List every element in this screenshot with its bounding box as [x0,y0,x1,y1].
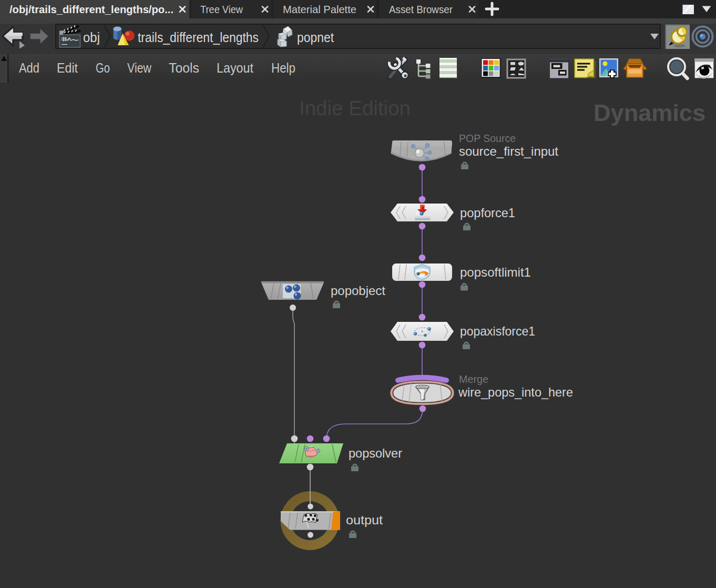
svg-text:Tree View: Tree View [200,3,243,15]
svg-text:Asset Browser: Asset Browser [389,3,453,15]
svg-text:Material Palette: Material Palette [283,3,356,15]
svg-text:View: View [127,60,152,75]
svg-text:Dynamics: Dynamics [594,99,705,126]
svg-text:trails_different_lengths: trails_different_lengths [138,29,259,45]
svg-text:Edit: Edit [57,60,78,75]
svg-text:Add: Add [19,60,39,75]
svg-text:wire_pops_into_here: wire_pops_into_here [458,385,573,399]
svg-text:Tools: Tools [169,60,199,75]
svg-text:Merge: Merge [459,373,488,385]
svg-text:popaxisforce1: popaxisforce1 [460,324,535,338]
svg-text:popobject: popobject [331,283,385,298]
svg-text:Help: Help [271,60,295,75]
svg-text:output: output [346,513,383,527]
svg-text:popsoftlimit1: popsoftlimit1 [460,265,531,279]
svg-text:popforce1: popforce1 [460,206,515,220]
svg-text:POP Source: POP Source [459,133,516,144]
svg-text:source_first_input: source_first_input [459,144,558,158]
svg-text:popnet: popnet [297,29,334,45]
svg-text:popsolver: popsolver [349,446,402,460]
svg-text:Go: Go [96,60,110,75]
svg-text:obj: obj [83,29,100,45]
svg-text:Indie Edition: Indie Edition [299,97,411,119]
svg-text:Layout: Layout [217,60,253,75]
svg-text:/obj/trails_different_lengths/: /obj/trails_different_lengths/po... [9,3,173,15]
